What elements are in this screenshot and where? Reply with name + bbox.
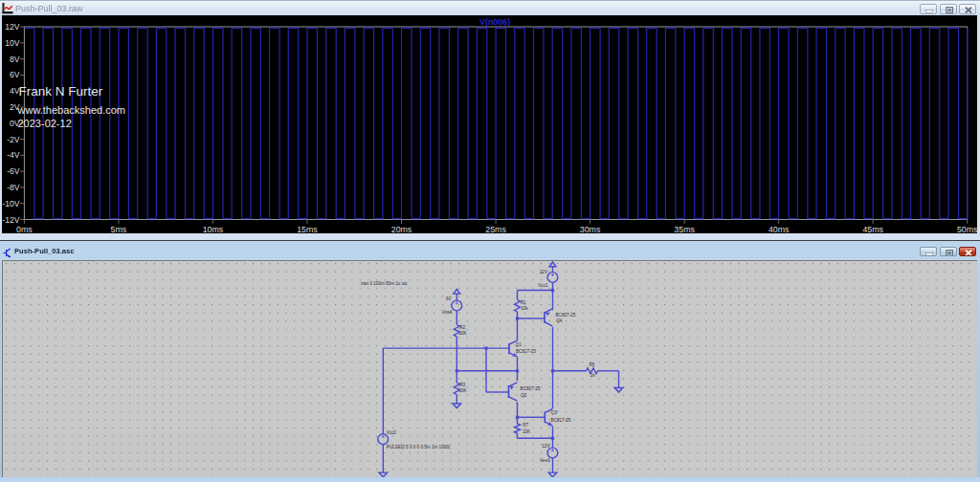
svg-text:R2: R2 [459,324,465,329]
svg-text:15ms: 15ms [297,225,318,233]
svg-text:Vcc1: Vcc1 [538,282,548,287]
svg-text:1k: 1k [590,372,596,377]
svg-text:5ms: 5ms [111,225,127,233]
svg-text:V(n006): V(n006) [479,17,510,27]
svg-text:R1: R1 [521,300,526,305]
svg-text:Frank N Furter: Frank N Furter [19,84,103,99]
svg-text:www.thebackshed.com: www.thebackshed.com [17,104,126,116]
svg-text:10K: 10K [523,428,531,433]
svg-text:Vos4: Vos4 [442,309,453,314]
svg-text:.tran 0 100m 50m 1u uic: .tran 0 100m 50m 1u uic [360,281,408,286]
svg-text:-4V: -4V [7,150,20,160]
svg-text:6V: 6V [10,70,20,79]
svg-text:R3: R3 [459,382,465,386]
svg-text:10V: 10V [5,38,20,48]
svg-text:2023-02-12: 2023-02-12 [18,118,72,129]
svg-text:12V: 12V [542,444,550,449]
svg-text:-12V: -12V [2,215,19,225]
svg-text:40ms: 40ms [768,225,790,233]
svg-text:10ms: 10ms [203,225,224,233]
svg-text:R7: R7 [523,423,528,427]
svg-text:12V: 12V [5,22,20,32]
svg-text:R5: R5 [590,362,595,366]
svg-text:-8V: -8V [7,183,20,192]
svg-text:30ms: 30ms [580,225,601,233]
svg-text:8V: 8V [10,55,20,64]
svg-text:6V: 6V [446,296,453,301]
svg-text:Vcc2: Vcc2 [387,429,397,434]
svg-text:PULSE(0 5 0 0 0 0.5m 1m 1000): PULSE(0 5 0 0 0 0.5m 1m 1000) [387,445,451,449]
svg-text:Vee3: Vee3 [540,458,550,463]
svg-text:25ms: 25ms [485,225,506,233]
svg-text:Q1: Q1 [516,341,523,346]
svg-text:BC817-25: BC817-25 [516,349,536,354]
svg-text:45ms: 45ms [862,225,883,233]
svg-text:-10V: -10V [2,199,19,208]
svg-text:10K: 10K [459,388,468,393]
svg-text:Q4: Q4 [556,318,563,322]
svg-text:35ms: 35ms [674,225,695,233]
svg-text:BC817-25: BC817-25 [551,417,571,422]
svg-text:12V: 12V [540,269,548,274]
svg-text:10k: 10k [521,306,528,311]
svg-text:0ms: 0ms [16,225,33,233]
svg-text:-6V: -6V [7,166,20,176]
svg-text:50ms: 50ms [957,225,977,233]
svg-text:BC807-25: BC807-25 [521,386,541,391]
svg-text:20ms: 20ms [391,225,412,233]
svg-text:10K: 10K [459,330,468,335]
svg-text:BC807-25: BC807-25 [556,312,576,317]
svg-text:-2V: -2V [7,135,20,144]
svg-text:Q2: Q2 [521,392,527,397]
svg-text:Q3: Q3 [551,410,558,415]
